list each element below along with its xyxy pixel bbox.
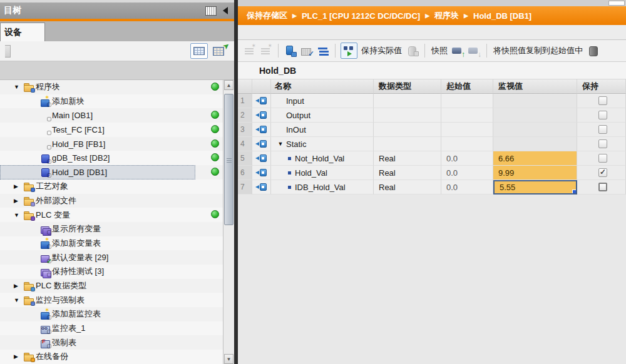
table-row-7[interactable]: 7IDB_Hold_ValReal0.05.55 bbox=[238, 180, 626, 195]
retain-checkbox[interactable] bbox=[598, 168, 607, 177]
keep-actual-values-button[interactable]: 保持实际值 bbox=[361, 45, 402, 56]
data-type-cell[interactable]: Real bbox=[374, 151, 441, 166]
expand-node-icon[interactable]: ▶ bbox=[14, 353, 24, 360]
add-row-icon[interactable] bbox=[259, 43, 273, 58]
breadcrumb-item-2[interactable]: 程序块 bbox=[434, 10, 459, 21]
start-value-cell[interactable]: 0.0 bbox=[441, 180, 493, 195]
tree-item-6[interactable]: Hold_DB [DB1] bbox=[0, 165, 223, 179]
expand-node-icon[interactable]: ▶ bbox=[14, 283, 24, 289]
column-header-blank[interactable] bbox=[238, 79, 252, 94]
monitor-value-cell[interactable]: 6.66 bbox=[493, 151, 577, 166]
start-value-cell[interactable] bbox=[441, 94, 493, 108]
tree-item-1[interactable]: 添加新块 bbox=[0, 94, 223, 109]
tree-item-4[interactable]: Hold_FB [FB1] bbox=[0, 137, 223, 151]
clipped-icon[interactable] bbox=[587, 43, 595, 58]
name-cell[interactable]: Not_Hold_Val bbox=[271, 151, 374, 166]
collapse-node-icon[interactable]: ▼ bbox=[14, 84, 24, 90]
snapshot-upload-icon[interactable] bbox=[451, 43, 465, 58]
tree-item-3[interactable]: Test_FC [FC1] bbox=[0, 123, 223, 137]
columns-view-icon[interactable] bbox=[205, 6, 217, 16]
retain-checkbox[interactable] bbox=[598, 139, 607, 148]
tree-item-9[interactable]: ▼PLC 变量 bbox=[0, 208, 223, 222]
retain-lock-icon[interactable] bbox=[406, 43, 419, 58]
start-value-cell[interactable] bbox=[441, 108, 493, 123]
data-type-cell[interactable] bbox=[374, 137, 441, 151]
tree-item-8[interactable]: ▶外部源文件 bbox=[0, 194, 223, 208]
tree-item-11[interactable]: 添加新变量表 bbox=[0, 236, 223, 251]
column-header[interactable]: 保持 bbox=[577, 79, 626, 94]
name-cell[interactable]: IDB_Hold_Val bbox=[271, 180, 374, 195]
name-cell[interactable]: InOut bbox=[271, 123, 374, 137]
tree-item-5[interactable]: gDB_Test [DB2] bbox=[0, 151, 223, 165]
tree-item-14[interactable]: ▶PLC 数据类型 bbox=[0, 279, 223, 293]
data-type-cell[interactable]: Real bbox=[374, 180, 441, 195]
data-type-cell[interactable]: Real bbox=[374, 166, 441, 180]
collapse-members-icon[interactable]: ▼ bbox=[275, 141, 286, 147]
copy-snapshot-to-start-button[interactable]: 将快照值复制到起始值中 bbox=[493, 45, 583, 56]
reset-start-values-icon[interactable] bbox=[284, 43, 297, 58]
tree-item-0[interactable]: ▼程序块 bbox=[0, 80, 223, 94]
retain-checkbox[interactable] bbox=[598, 96, 607, 105]
tree-item-16[interactable]: 添加新监控表 bbox=[0, 307, 223, 321]
table-row-1[interactable]: 1Input bbox=[238, 94, 626, 108]
data-type-cell[interactable] bbox=[374, 123, 441, 137]
scroll-down-icon[interactable]: ▼ bbox=[224, 354, 233, 364]
tree-item-13[interactable]: 保持性测试 [3] bbox=[0, 265, 223, 279]
name-cell[interactable]: Output bbox=[271, 108, 374, 123]
snapshot-download-icon[interactable] bbox=[468, 43, 481, 58]
collapse-node-icon[interactable]: ▼ bbox=[14, 212, 24, 218]
column-header[interactable]: 起始值 bbox=[441, 79, 493, 94]
monitor-value-cell[interactable] bbox=[493, 94, 577, 108]
column-header[interactable]: 名称 bbox=[271, 79, 374, 94]
tree-item-19[interactable]: ▶在线备份 bbox=[0, 350, 223, 364]
scrollbar-thumb[interactable] bbox=[224, 94, 233, 225]
expand-members-icon[interactable] bbox=[316, 43, 330, 58]
name-cell[interactable]: ▼Static bbox=[271, 137, 374, 151]
data-type-cell[interactable] bbox=[374, 108, 441, 123]
tree-item-12[interactable]: 默认变量表 [29] bbox=[0, 250, 223, 265]
start-value-cell[interactable]: 0.0 bbox=[441, 151, 493, 166]
monitor-all-icon[interactable] bbox=[341, 43, 357, 59]
start-value-cell[interactable]: 0.0 bbox=[441, 166, 493, 180]
column-header-blank[interactable] bbox=[252, 79, 271, 94]
expand-node-icon[interactable]: ▶ bbox=[14, 183, 24, 190]
column-header[interactable]: 监视值 bbox=[493, 79, 577, 94]
table-row-6[interactable]: 6Hold_ValReal0.09.99 bbox=[238, 166, 626, 180]
monitor-value-cell[interactable]: 5.55 bbox=[493, 180, 577, 195]
start-value-cell[interactable] bbox=[441, 137, 493, 151]
expand-node-icon[interactable]: ▶ bbox=[14, 198, 24, 204]
collapse-node-icon[interactable]: ▼ bbox=[14, 297, 24, 303]
tree-item-7[interactable]: ▶工艺对象 bbox=[0, 179, 223, 194]
breadcrumb-item-1[interactable]: PLC_1 [CPU 1212C DC/DC/DC] bbox=[302, 11, 420, 21]
tab-devices[interactable]: 设备 bbox=[0, 23, 45, 41]
snapshot-button[interactable]: 快照 bbox=[431, 45, 448, 56]
breadcrumb-item-0[interactable]: 保持存储区 bbox=[247, 10, 287, 21]
retain-checkbox[interactable] bbox=[598, 125, 607, 134]
data-type-cell[interactable] bbox=[374, 94, 441, 108]
load-values-icon[interactable] bbox=[300, 43, 314, 58]
tree-item-17[interactable]: 监控表_1 bbox=[0, 321, 223, 336]
retain-checkbox[interactable] bbox=[598, 111, 607, 119]
retain-checkbox[interactable] bbox=[598, 183, 607, 191]
monitor-value-cell[interactable] bbox=[493, 123, 577, 137]
breadcrumb-item-3[interactable]: Hold_DB [DB1] bbox=[473, 11, 531, 21]
name-cell[interactable]: Hold_Val bbox=[271, 166, 374, 180]
table-row-2[interactable]: 2Output bbox=[238, 108, 626, 123]
tree-item-2[interactable]: Main [OB1] bbox=[0, 108, 223, 123]
column-header[interactable]: 数据类型 bbox=[374, 79, 441, 94]
table-row-5[interactable]: 5Not_Hold_ValReal0.06.66 bbox=[238, 151, 626, 166]
details-view-icon[interactable] bbox=[190, 43, 208, 59]
tree-item-10[interactable]: 显示所有变量 bbox=[0, 222, 223, 236]
insert-row-icon[interactable] bbox=[243, 43, 257, 58]
collapse-panel-icon[interactable] bbox=[223, 7, 228, 14]
name-cell[interactable]: Input bbox=[271, 94, 374, 108]
retain-checkbox[interactable] bbox=[598, 154, 607, 163]
start-value-cell[interactable] bbox=[441, 123, 493, 137]
table-row-3[interactable]: 3InOut bbox=[238, 123, 626, 137]
tree-item-15[interactable]: ▼监控与强制表 bbox=[0, 293, 223, 307]
scroll-up-icon[interactable]: ▲ bbox=[224, 80, 233, 90]
tree-item-18[interactable]: 强制表 bbox=[0, 335, 223, 350]
tree-scrollbar[interactable]: ▲ ▼ bbox=[223, 80, 234, 364]
table-row-4[interactable]: 4▼Static bbox=[238, 137, 626, 151]
diagram-export-icon[interactable] bbox=[212, 44, 228, 58]
